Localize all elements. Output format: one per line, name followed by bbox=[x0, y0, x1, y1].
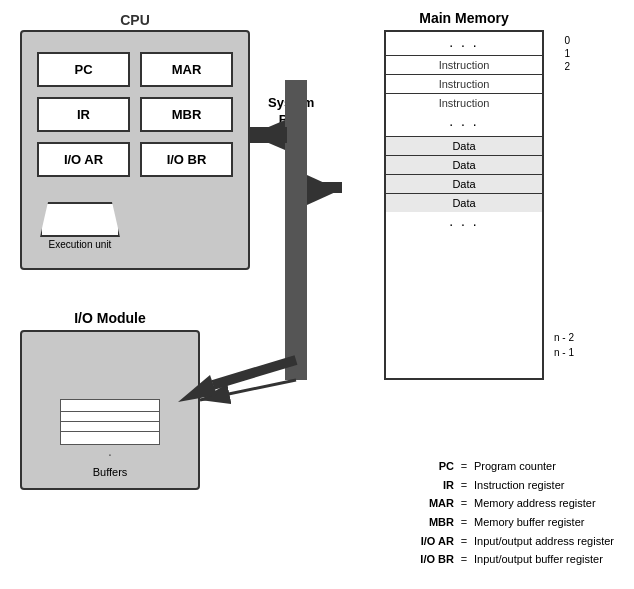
mem-data-3: Data bbox=[386, 174, 542, 193]
cpu-box: CPU PC MAR IR MBR I/O AR I/O BR Executio… bbox=[20, 30, 250, 270]
cpu-registers: PC MAR IR MBR I/O AR I/O BR bbox=[22, 32, 248, 187]
legend-eq-mbr: = bbox=[458, 513, 470, 532]
legend-eq-mar: = bbox=[458, 494, 470, 513]
execution-label: Execution unit bbox=[40, 239, 120, 250]
legend-row-io-br: I/O BR = Input/output buffer register bbox=[409, 550, 614, 569]
legend-row-mbr: MBR = Memory buffer register bbox=[409, 513, 614, 532]
mem-instruction-1: Instruction bbox=[386, 55, 542, 74]
execution-trapezoid bbox=[40, 202, 120, 237]
mem-index-n2: n - 2 bbox=[554, 330, 574, 345]
arrow-cpu-to-mem bbox=[307, 175, 340, 205]
memory-content: · · · Instruction Instruction Instructio… bbox=[386, 32, 542, 378]
register-mar: MAR bbox=[140, 52, 233, 87]
buffers-label: Buffers bbox=[60, 466, 160, 478]
memory-box: Main Memory 0 1 2 n - 2 n - 1 · · · Inst… bbox=[384, 30, 544, 380]
mem-dots-mid2: · · · bbox=[386, 212, 542, 236]
legend-eq-ir: = bbox=[458, 476, 470, 495]
mem-instruction-2: Instruction bbox=[386, 74, 542, 93]
legend-abbr-mar: MAR bbox=[409, 494, 454, 513]
arrow-line-cpu-to-mem bbox=[307, 182, 342, 193]
legend-abbr-io-br: I/O BR bbox=[409, 550, 454, 569]
legend-row-mar: MAR = Memory address register bbox=[409, 494, 614, 513]
mem-dots-top: · · · bbox=[386, 32, 542, 55]
system-bus-label: SystemBus bbox=[268, 95, 314, 129]
legend-abbr-pc: PC bbox=[409, 457, 454, 476]
buffer-line-2 bbox=[61, 412, 159, 422]
legend-abbr-io-ar: I/O AR bbox=[409, 532, 454, 551]
memory-label: Main Memory bbox=[419, 10, 508, 26]
buffer-line-3 bbox=[61, 422, 159, 432]
legend-desc-ir: Instruction register bbox=[474, 476, 614, 495]
buffer-line-1 bbox=[61, 402, 159, 412]
legend-desc-pc: Program counter bbox=[474, 457, 614, 476]
io-module-box: I/O Module · Buffers bbox=[20, 330, 200, 490]
register-mbr: MBR bbox=[140, 97, 233, 132]
legend-desc-mar: Memory address register bbox=[474, 494, 614, 513]
mem-index-n1: n - 1 bbox=[554, 345, 574, 360]
arrow-line-mem-to-cpu bbox=[250, 127, 287, 143]
mem-index-1: 1 bbox=[564, 47, 570, 60]
legend-abbr-ir: IR bbox=[409, 476, 454, 495]
execution-unit: Execution unit bbox=[40, 202, 120, 250]
mem-index-2: 2 bbox=[564, 60, 570, 73]
register-io-br: I/O BR bbox=[140, 142, 233, 177]
mem-data-2: Data bbox=[386, 155, 542, 174]
buffer-dot: · bbox=[60, 445, 160, 463]
register-io-ar: I/O AR bbox=[37, 142, 130, 177]
io-module-label: I/O Module bbox=[74, 310, 146, 326]
buffer-line-4 bbox=[61, 432, 159, 442]
mem-data-4: Data bbox=[386, 193, 542, 212]
legend: PC = Program counter IR = Instruction re… bbox=[409, 457, 614, 569]
legend-eq-io-br: = bbox=[458, 550, 470, 569]
mem-dots-mid1: · · · bbox=[386, 112, 542, 136]
legend-desc-io-br: Input/output buffer register bbox=[474, 550, 614, 569]
legend-row-io-ar: I/O AR = Input/output address register bbox=[409, 532, 614, 551]
bus-to-io-line bbox=[200, 380, 296, 400]
io-buffers-area: · Buffers bbox=[60, 399, 160, 478]
legend-row-ir: IR = Instruction register bbox=[409, 476, 614, 495]
mem-index-0: 0 bbox=[564, 34, 570, 47]
legend-abbr-mbr: MBR bbox=[409, 513, 454, 532]
legend-eq-io-ar: = bbox=[458, 532, 470, 551]
legend-desc-io-ar: Input/output address register bbox=[474, 532, 614, 551]
mem-data-1: Data bbox=[386, 136, 542, 155]
diagram-container: CPU PC MAR IR MBR I/O AR I/O BR Executio… bbox=[0, 0, 634, 589]
buffer-lines bbox=[60, 399, 160, 445]
register-ir: IR bbox=[37, 97, 130, 132]
cpu-label: CPU bbox=[120, 12, 150, 28]
legend-row-pc: PC = Program counter bbox=[409, 457, 614, 476]
register-pc: PC bbox=[37, 52, 130, 87]
legend-desc-mbr: Memory buffer register bbox=[474, 513, 614, 532]
arrow-to-io-line bbox=[213, 360, 296, 385]
mem-instruction-3: Instruction bbox=[386, 93, 542, 112]
legend-eq-pc: = bbox=[458, 457, 470, 476]
